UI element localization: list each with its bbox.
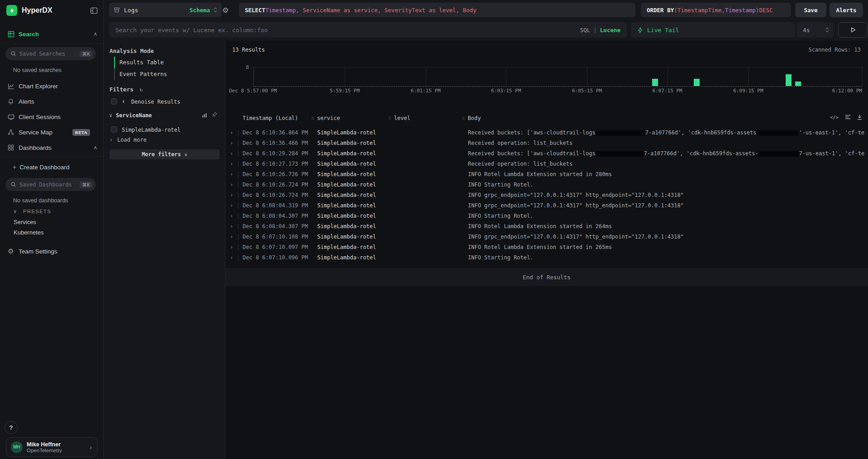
shortcut-badge: ⌘K	[80, 182, 92, 188]
servicename-value-label[interactable]: SimpleLambda-rotel	[122, 127, 181, 133]
row-service: SimpleLambda-rotel	[317, 201, 376, 211]
source-select[interactable]: Logs Schema	[109, 3, 222, 17]
plus-icon: +	[13, 163, 16, 171]
denoise-checkbox[interactable]	[111, 98, 117, 105]
row-density-icon[interactable]	[844, 114, 851, 120]
view-source-icon[interactable]: </>	[830, 115, 839, 120]
sidebar-item-service-map[interactable]: Service Map BETA	[0, 125, 104, 139]
no-saved-dashboards-text: No saved dashboards	[13, 197, 68, 204]
histogram-bar[interactable]	[786, 74, 792, 86]
row-separator	[238, 182, 238, 188]
row-timestamp: Dec 8 6:10:26.724 PM	[243, 180, 308, 190]
mode-results-table[interactable]: Results Table	[119, 57, 164, 68]
row-expand-icon[interactable]: ›	[230, 148, 233, 159]
x-gridline	[426, 67, 426, 86]
sidebar-item-client-sessions[interactable]: Client Sessions	[0, 110, 104, 124]
row-body: INFO Rotel Lambda Extension started in 2…	[468, 242, 864, 253]
sidebar-item-chart-explorer[interactable]: Chart Explorer	[0, 79, 104, 93]
table-row[interactable]: ›Dec 8 6:10:36.466 PMSimpleLambda-rotelR…	[225, 138, 868, 148]
event-search-input[interactable]: Search your events w/ Lucene ex. column:…	[109, 22, 627, 38]
col-header-timestamp[interactable]: Timestamp (Local)	[243, 115, 298, 121]
download-icon[interactable]	[856, 114, 863, 120]
load-more-link[interactable]: Load more	[117, 137, 147, 143]
collapse-sidebar-icon[interactable]	[90, 7, 98, 14]
row-expand-icon[interactable]: ›	[230, 138, 233, 148]
help-button[interactable]: ?	[5, 421, 18, 434]
table-row[interactable]: ›Dec 8 6:07:10.108 PMSimpleLambda-rotelI…	[225, 232, 868, 242]
select-query-input[interactable]: SELECT Timestamp, ServiceName as service…	[239, 3, 635, 17]
sidebar-item-team-settings[interactable]: ⚙ Team Settings	[0, 244, 104, 258]
table-row[interactable]: ›Dec 8 6:10:26.726 PMSimpleLambda-rotelI…	[225, 169, 868, 180]
row-expand-icon[interactable]: ›	[230, 190, 233, 201]
y-axis-line	[253, 67, 254, 86]
preset-item-services[interactable]: Services	[14, 219, 36, 225]
row-expand-icon[interactable]: ›	[230, 232, 233, 242]
play-icon	[850, 27, 856, 33]
col-header-level[interactable]: ⠿level	[388, 115, 410, 121]
chevron-up-icon[interactable]: ∧	[93, 144, 97, 151]
row-expand-icon[interactable]: ›	[230, 180, 233, 190]
alerts-button[interactable]: Alerts	[830, 3, 863, 17]
filter-chart-icon[interactable]	[201, 112, 208, 118]
play-button[interactable]	[838, 22, 868, 38]
create-dashboard-button[interactable]: + Create Dashboard	[0, 160, 104, 174]
histogram-bar[interactable]	[795, 81, 801, 86]
schema-link[interactable]: Schema	[190, 7, 210, 14]
pin-icon[interactable]	[211, 111, 218, 118]
table-row[interactable]: ›Dec 8 6:10:26.724 PMSimpleLambda-rotelI…	[225, 190, 868, 201]
filter-group-servicename[interactable]: ServiceName	[116, 112, 152, 119]
denoise-label[interactable]: Denoise Results	[131, 99, 180, 105]
table-row[interactable]: ›Dec 8 6:07:10.097 PMSimpleLambda-rotelI…	[225, 242, 868, 253]
table-row[interactable]: ›Dec 8 6:08:04.307 PMSimpleLambda-rotelI…	[225, 221, 868, 232]
source-settings-gear-icon[interactable]: ⚙	[222, 6, 229, 14]
chevron-down-icon: ∨	[13, 209, 18, 214]
sidebar-item-search[interactable]: Search ∧	[0, 27, 104, 41]
saved-dashboards-input[interactable]: Saved Dashboards ⌘K	[5, 178, 96, 191]
interval-select[interactable]: 4s	[796, 22, 834, 38]
save-button[interactable]: Save	[795, 3, 826, 17]
row-expand-icon[interactable]: ›	[230, 253, 233, 263]
row-expand-icon[interactable]: ›	[230, 201, 233, 211]
no-saved-searches-text: No saved searches	[13, 67, 62, 73]
row-expand-icon[interactable]: ›	[230, 169, 233, 180]
sidebar-item-dashboards[interactable]: Dashboards ∧	[0, 141, 104, 154]
table-row[interactable]: ›Dec 8 6:10:36.864 PMSimpleLambda-rotelR…	[225, 128, 868, 138]
servicename-collapse-chevron[interactable]: ∨	[109, 112, 112, 119]
row-expand-icon[interactable]: ›	[230, 221, 233, 232]
sidebar-item-label: Search	[19, 31, 93, 38]
table-row[interactable]: ›Dec 8 6:08:04.319 PMSimpleLambda-rotelI…	[225, 201, 868, 211]
table-row[interactable]: ›Dec 8 6:10:26.724 PMSimpleLambda-rotelI…	[225, 180, 868, 190]
mode-sql-toggle[interactable]: SQL	[580, 27, 591, 33]
stepper-carets-icon[interactable]	[825, 27, 829, 33]
sidebar-item-alerts[interactable]: Alerts	[0, 95, 104, 108]
table-row[interactable]: ›Dec 8 6:07:10.096 PMSimpleLambda-rotelI…	[225, 253, 868, 263]
preset-item-kubernetes[interactable]: Kubernetes	[14, 229, 44, 236]
chevron-up-icon[interactable]: ∧	[93, 31, 97, 37]
bolt-icon	[9, 8, 15, 14]
drag-handle-icon: ⠿	[311, 116, 315, 121]
row-body: INFO Rotel Lambda Extension started in 2…	[468, 169, 864, 180]
presets-toggle[interactable]: ∨ PRESETS	[13, 208, 51, 215]
row-expand-icon[interactable]: ›	[230, 159, 233, 169]
live-tail-button[interactable]: Live Tail	[631, 22, 795, 38]
mode-separator: |	[593, 27, 597, 33]
table-row[interactable]: ›Dec 8 6:08:04.307 PMSimpleLambda-rotelI…	[225, 211, 868, 221]
col-header-service[interactable]: ⠿service	[311, 115, 340, 121]
table-row[interactable]: ›Dec 8 6:10:29.284 PMSimpleLambda-rotelR…	[225, 148, 868, 159]
histogram-bar[interactable]	[694, 79, 700, 86]
refresh-icon[interactable]: ↻	[139, 86, 143, 93]
servicename-value-checkbox[interactable]	[111, 126, 117, 133]
beta-badge: BETA	[72, 129, 90, 136]
more-filters-button[interactable]: More filters ∨	[110, 149, 219, 159]
col-header-body[interactable]: ⠿Body	[462, 115, 481, 121]
row-expand-icon[interactable]: ›	[230, 211, 233, 221]
order-by-input[interactable]: ORDER BY (TimestampTime, Timestamp) DESC	[641, 3, 791, 17]
histogram-bar[interactable]	[652, 79, 658, 86]
row-expand-icon[interactable]: ›	[230, 242, 233, 253]
row-expand-icon[interactable]: ›	[230, 128, 233, 138]
user-menu[interactable]: MH Mike Heffner OpenTelemetry ›	[6, 437, 98, 457]
mode-lucene-toggle[interactable]: Lucene	[600, 27, 620, 33]
saved-searches-input[interactable]: Saved Searches ⌘K	[5, 47, 96, 60]
mode-event-patterns[interactable]: Event Patterns	[119, 68, 167, 80]
table-row[interactable]: ›Dec 8 6:10:27.173 PMSimpleLambda-rotelR…	[225, 159, 868, 169]
